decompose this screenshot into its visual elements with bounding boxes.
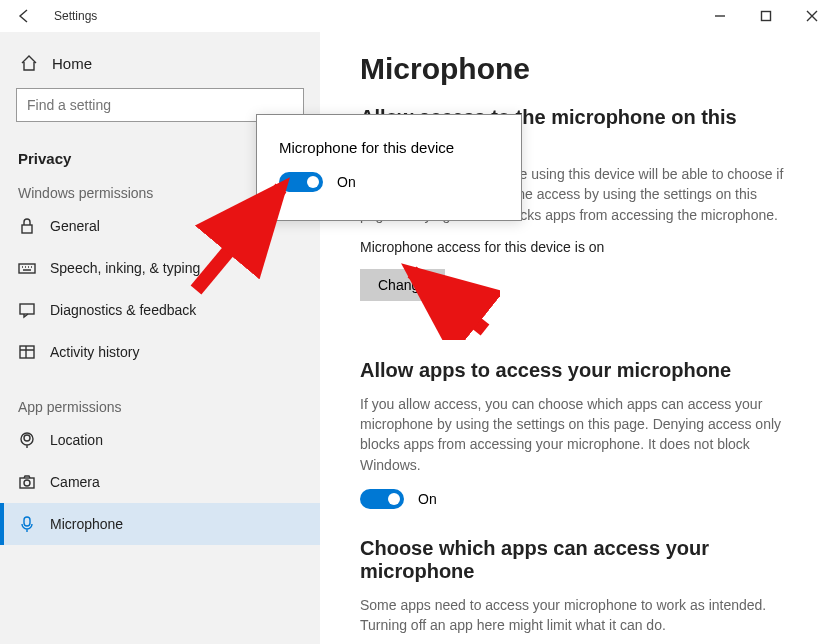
svg-point-5	[24, 435, 30, 441]
location-icon	[18, 431, 36, 449]
svg-rect-8	[24, 517, 30, 526]
svg-rect-0	[762, 12, 771, 21]
arrow-left-icon	[16, 8, 32, 24]
toggle-label: On	[418, 491, 437, 507]
feedback-icon	[18, 301, 36, 319]
section-heading: Choose which apps can access your microp…	[360, 537, 795, 583]
apps-access-toggle-row: On	[360, 489, 795, 509]
titlebar: Settings	[0, 0, 835, 32]
lock-icon	[18, 217, 36, 235]
home-icon	[20, 54, 38, 72]
close-icon	[806, 10, 818, 22]
svg-rect-3	[20, 304, 34, 314]
sidebar-item-label: Microphone	[50, 516, 123, 532]
toggle-label: On	[337, 174, 356, 190]
annotation-arrow-change	[400, 260, 500, 340]
section-choose-apps: Choose which apps can access your microp…	[360, 537, 795, 644]
maximize-icon	[760, 10, 772, 22]
device-access-status: Microphone access for this device is on	[360, 239, 795, 255]
sidebar-item-location[interactable]: Location	[0, 419, 320, 461]
sidebar-item-camera[interactable]: Camera	[0, 461, 320, 503]
camera-icon	[18, 473, 36, 491]
section-app-access: Allow apps to access your microphone If …	[360, 359, 795, 509]
history-icon	[18, 343, 36, 361]
close-button[interactable]	[789, 0, 835, 32]
minimize-button[interactable]	[697, 0, 743, 32]
svg-rect-1	[22, 225, 32, 233]
sidebar-item-label: Activity history	[50, 344, 139, 360]
sidebar-item-label: General	[50, 218, 100, 234]
sidebar-home-label: Home	[52, 55, 92, 72]
keyboard-icon	[18, 259, 36, 277]
sidebar-item-label: Speech, inking, & typing	[50, 260, 200, 276]
section-description: Some apps need to access your microphone…	[360, 595, 795, 636]
popup-toggle-row: On	[279, 172, 499, 192]
svg-rect-2	[19, 264, 35, 273]
sidebar-item-label: Diagnostics & feedback	[50, 302, 196, 318]
page-title: Microphone	[360, 52, 795, 86]
section-description: If you allow access, you can choose whic…	[360, 394, 795, 475]
sidebar-item-label: Location	[50, 432, 103, 448]
sidebar-group-app-permissions: App permissions	[0, 391, 320, 419]
svg-line-11	[196, 188, 281, 290]
minimize-icon	[714, 10, 726, 22]
svg-rect-4	[20, 346, 34, 358]
apps-access-toggle[interactable]	[360, 489, 404, 509]
annotation-arrow-toggle	[186, 170, 296, 300]
window-controls	[697, 0, 835, 32]
svg-point-7	[24, 480, 30, 486]
window-title: Settings	[54, 9, 97, 23]
sidebar-item-label: Camera	[50, 474, 100, 490]
sidebar-home[interactable]: Home	[0, 44, 320, 82]
section-heading: Allow apps to access your microphone	[360, 359, 795, 382]
sidebar-item-microphone[interactable]: Microphone	[0, 503, 320, 545]
sidebar-item-activity[interactable]: Activity history	[0, 331, 320, 373]
microphone-icon	[18, 515, 36, 533]
back-button[interactable]	[0, 0, 48, 32]
svg-line-12	[412, 272, 485, 330]
popup-title: Microphone for this device	[279, 139, 499, 156]
maximize-button[interactable]	[743, 0, 789, 32]
